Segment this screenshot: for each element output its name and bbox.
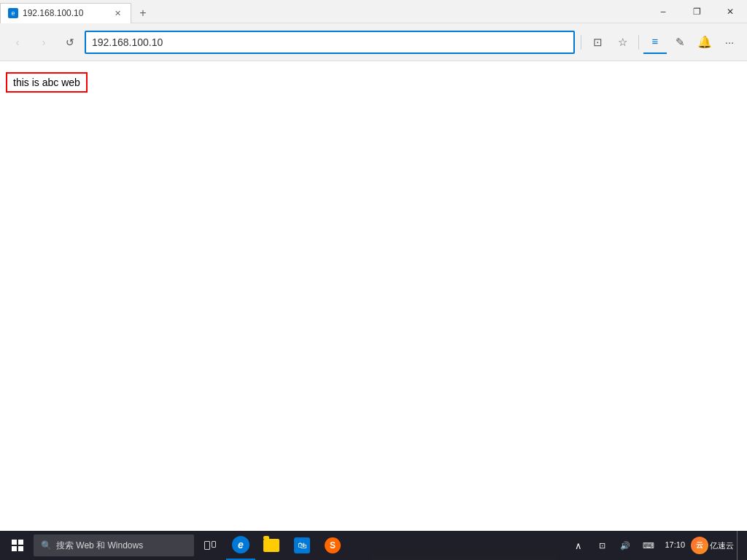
yisuyun-icon: 云: [691, 537, 708, 554]
browser2-button[interactable]: S: [318, 531, 347, 560]
web-notes-button[interactable]: ✎: [668, 31, 692, 54]
tab-favicon: e: [8, 8, 18, 18]
nav-divider: [581, 35, 581, 50]
task-view-icon: [204, 541, 216, 550]
maximize-button[interactable]: ❐: [680, 0, 713, 23]
yisuyun-logo[interactable]: 云 亿速云: [691, 537, 734, 554]
profile-button[interactable]: 🔔: [693, 31, 716, 54]
page-content: this is abc web: [0, 61, 747, 531]
address-input[interactable]: [92, 36, 568, 48]
navigation-bar: ‹ › ↺ ⊡ ☆ ≡ ✎ 🔔 ···: [0, 23, 747, 61]
file-explorer-button[interactable]: [257, 531, 286, 560]
reading-view-button[interactable]: ⊡: [586, 31, 609, 54]
folder-icon: [263, 539, 279, 552]
nav-actions: ⊡ ☆ ≡ ✎ 🔔 ···: [578, 31, 741, 54]
refresh-button[interactable]: ↺: [58, 31, 82, 54]
tab-strip: e 192.168.100.10 ✕ +: [0, 0, 646, 23]
close-button[interactable]: ✕: [713, 0, 747, 23]
tray-network-icon[interactable]: ⊡: [592, 535, 612, 556]
store-button[interactable]: 🛍: [287, 531, 317, 560]
tab-close-button[interactable]: ✕: [112, 7, 123, 19]
start-button[interactable]: [3, 531, 32, 560]
system-clock[interactable]: 17:10: [662, 540, 688, 551]
page-text-box: this is abc web: [6, 72, 88, 93]
tray-sound-icon[interactable]: 🔊: [615, 535, 635, 556]
nav-divider2: [638, 35, 639, 50]
tray-show-hidden[interactable]: ∧: [568, 535, 589, 556]
active-tab[interactable]: e 192.168.100.10 ✕: [0, 3, 131, 23]
task-view-button[interactable]: [196, 531, 225, 560]
yisuyun-text: 亿速云: [710, 540, 734, 551]
search-bar[interactable]: 🔍 搜索 Web 和 Windows: [34, 534, 194, 556]
tv-rect-left: [204, 541, 210, 550]
taskbar: 🔍 搜索 Web 和 Windows e 🛍 S ∧ ⊡ 🔊 ⌨ 17:10 云…: [0, 531, 747, 560]
page-content-text: this is abc web: [13, 77, 80, 88]
tv-rect-right: [212, 541, 216, 548]
back-button[interactable]: ‹: [6, 31, 29, 54]
search-placeholder: 搜索 Web 和 Windows: [56, 540, 143, 552]
tab-title: 192.168.100.10: [23, 8, 83, 18]
tray-input-icon[interactable]: ⌨: [638, 535, 659, 556]
edge-taskbar-button[interactable]: e: [226, 531, 255, 560]
favorites-button[interactable]: ☆: [611, 31, 634, 54]
more-button[interactable]: ···: [718, 31, 741, 54]
time-display: 17:10: [665, 540, 685, 551]
store-icon: 🛍: [294, 537, 310, 553]
search-icon: 🔍: [41, 540, 52, 551]
windows-icon: [12, 540, 23, 551]
forward-button[interactable]: ›: [32, 31, 55, 54]
new-tab-button[interactable]: +: [131, 3, 155, 23]
edge-icon: e: [232, 536, 249, 553]
show-desktop-button[interactable]: [737, 531, 741, 560]
window-controls: – ❐ ✕: [646, 0, 747, 23]
title-bar: e 192.168.100.10 ✕ + – ❐ ✕: [0, 0, 747, 23]
minimize-button[interactable]: –: [646, 0, 680, 23]
taskbar-right: ∧ ⊡ 🔊 ⌨ 17:10 云 亿速云: [568, 531, 744, 560]
hub-button[interactable]: ≡: [643, 31, 667, 54]
browser2-icon: S: [325, 537, 341, 553]
address-bar-container[interactable]: [85, 31, 575, 54]
